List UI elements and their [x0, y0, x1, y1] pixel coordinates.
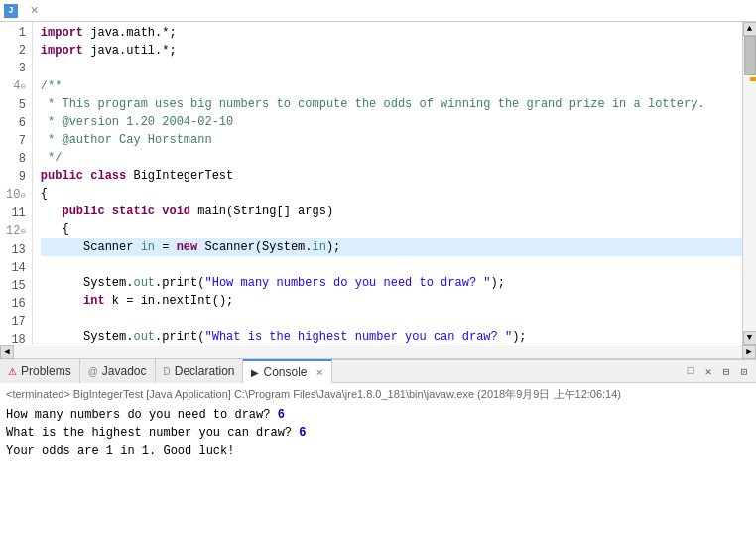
console-tab-label: Console	[263, 365, 307, 379]
tab-declaration[interactable]: DDeclaration	[156, 359, 244, 383]
line-number: 18	[6, 331, 26, 345]
line-number: 14	[6, 259, 26, 277]
javadoc-tab-label: Javadoc	[102, 364, 147, 378]
console-line: Your odds are 1 in 1. Good luck!	[6, 442, 750, 460]
code-line: import java.util.*;	[41, 42, 742, 60]
code-line: /**	[41, 77, 742, 95]
code-line: public static void main(String[] args)	[41, 203, 742, 220]
console-tab-close[interactable]: ✕	[315, 367, 323, 378]
line-number: 17	[6, 313, 26, 331]
code-line: System.out.print("How many numbers do yo…	[41, 274, 742, 292]
line-number: 12⊖	[6, 222, 26, 241]
line-numbers: 1234⊖5678910⊖1112⊖13141516171819	[0, 22, 33, 345]
code-line: System.out.print("What is the highest nu…	[41, 328, 742, 345]
line-number: 3	[6, 60, 26, 77]
code-line: Scanner in = new Scanner(System.in);	[41, 238, 742, 256]
console-line: What is the highest number you can draw?…	[6, 424, 750, 442]
code-area[interactable]: import java.math.*;import java.util.*; /…	[33, 22, 742, 345]
line-number: 4⊖	[6, 77, 26, 96]
horizontal-scrollbar[interactable]: ◀ ▶	[0, 345, 756, 358]
tab-controls: □✕⊟⊡	[683, 363, 756, 379]
line-number: 5	[6, 96, 26, 114]
declaration-tab-icon: D	[164, 366, 171, 377]
console-tab-icon: ▶	[251, 367, 259, 378]
line-number: 2	[6, 42, 26, 60]
scroll-left-arrow[interactable]: ◀	[0, 345, 14, 359]
code-line	[41, 310, 742, 328]
line-number: 6	[6, 114, 26, 132]
title-bar-left: J ✕	[4, 4, 39, 18]
line-number: 11	[6, 205, 26, 222]
code-line: int k = in.nextInt();	[41, 292, 742, 310]
vertical-scrollbar[interactable]: ▲ ▼	[742, 22, 756, 345]
code-line: * This program uses big numbers to compu…	[41, 95, 742, 113]
tab-javadoc[interactable]: @Javadoc	[80, 359, 156, 383]
tab-console[interactable]: ▶Console✕	[243, 359, 331, 383]
tab-problems[interactable]: ⚠Problems	[0, 359, 80, 383]
scrollbar-h-track	[14, 345, 742, 358]
maximize-console-button[interactable]: ⊡	[736, 363, 752, 379]
code-line	[41, 60, 742, 77]
close-view-button[interactable]: ✕	[700, 363, 716, 379]
scroll-right-arrow[interactable]: ▶	[742, 345, 756, 359]
code-line	[41, 256, 742, 274]
scrollbar-track	[743, 36, 756, 331]
scroll-up-arrow[interactable]: ▲	[743, 22, 757, 36]
problems-tab-label: Problems	[21, 364, 71, 378]
line-number: 10⊖	[6, 186, 26, 205]
line-number: 8	[6, 150, 26, 168]
declaration-tab-label: Declaration	[175, 364, 235, 378]
scrollbar-thumb[interactable]	[744, 36, 756, 75]
console-text: How many numbers do you need to draw?	[6, 408, 278, 422]
console-header: <terminated> BigIntegerTest [Java Applic…	[6, 387, 750, 402]
code-line: {	[41, 220, 742, 238]
console-text: What is the highest number you can draw?	[6, 426, 299, 440]
line-number: 9	[6, 168, 26, 186]
javadoc-tab-icon: @	[88, 366, 98, 377]
tab-bar: ⚠Problems@JavadocDDeclaration▶Console✕□✕…	[0, 359, 756, 383]
title-bar: J ✕	[0, 0, 756, 22]
console-line: How many numbers do you need to draw? 6	[6, 406, 750, 424]
problems-tab-icon: ⚠	[8, 366, 17, 377]
minimize-console-button[interactable]: ⊟	[718, 363, 734, 379]
code-line: * @version 1.20 2004-02-10	[41, 113, 742, 131]
line-number: 16	[6, 295, 26, 313]
line-number: 1	[6, 24, 26, 42]
line-number: 15	[6, 277, 26, 295]
code-line: {	[41, 185, 742, 203]
code-line: import java.math.*;	[41, 24, 742, 42]
scrollbar-marker	[750, 77, 756, 81]
code-line: * @author Cay Horstmann	[41, 131, 742, 149]
line-number: 7	[6, 132, 26, 150]
editor-container: 1234⊖5678910⊖1112⊖13141516171819 import …	[0, 22, 756, 359]
console-output: How many numbers do you need to draw? 6W…	[6, 406, 750, 460]
code-line: */	[41, 149, 742, 167]
line-number: 13	[6, 241, 26, 259]
minimize-view-button[interactable]: □	[683, 363, 698, 379]
code-line: public class BigIntegerTest	[41, 167, 742, 185]
console-area: <terminated> BigIntegerTest [Java Applic…	[0, 383, 756, 552]
editor-close-icon[interactable]: ✕	[30, 4, 39, 17]
bottom-section: ⚠Problems@JavadocDDeclaration▶Console✕□✕…	[0, 359, 756, 552]
console-input-value: 6	[278, 408, 285, 422]
console-input-value: 6	[299, 426, 306, 440]
file-icon: J	[4, 4, 18, 18]
editor-body: 1234⊖5678910⊖1112⊖13141516171819 import …	[0, 22, 756, 345]
scroll-down-arrow[interactable]: ▼	[743, 331, 757, 345]
